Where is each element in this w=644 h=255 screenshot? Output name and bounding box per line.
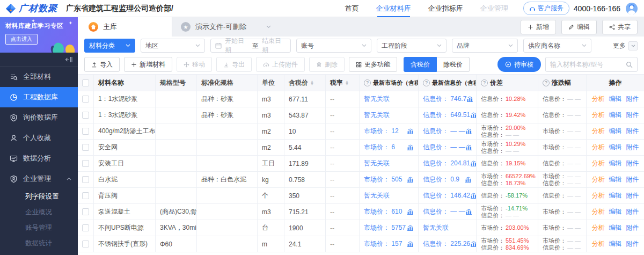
help-icon[interactable]: ? — [481, 79, 488, 86]
more-filters-button[interactable]: 更多 — [613, 41, 638, 50]
trend-chart-icon[interactable] — [407, 128, 414, 134]
date-start-placeholder[interactable]: 开始日期 — [225, 37, 249, 55]
trend-chart-icon[interactable] — [465, 144, 472, 150]
price-sort-icon[interactable]: ▲▼ — [310, 80, 314, 85]
attachment-link[interactable]: 附件 — [626, 143, 639, 152]
sidebar-item-enterprise-manage[interactable]: 企业管理 — [0, 169, 78, 189]
edit-link[interactable]: 编辑 — [609, 239, 622, 249]
supplier-filter[interactable]: 供应商名称 — [523, 39, 591, 53]
import-button[interactable]: 导入 — [84, 57, 120, 72]
chevron-down-icon[interactable] — [266, 25, 271, 28]
trend-chart-icon[interactable] — [465, 128, 472, 134]
analyze-link[interactable]: 分析 — [592, 94, 605, 104]
row-checkbox[interactable] — [82, 224, 89, 231]
edit-link[interactable]: 编辑 — [609, 223, 622, 232]
sidebar-item-inquiry-database[interactable]: 询价数据库 — [0, 107, 78, 128]
analyze-link[interactable]: 分析 — [592, 207, 605, 216]
sidebar-item-all-materials[interactable]: 全部材料 — [0, 67, 78, 87]
trend-chart-icon[interactable] — [465, 209, 472, 215]
select-all-checkbox[interactable] — [82, 79, 89, 86]
attachment-link[interactable]: 附件 — [626, 239, 639, 249]
add-library-button[interactable]: 新增 — [521, 20, 556, 34]
edit-link[interactable]: 编辑 — [609, 111, 622, 120]
edit-link[interactable]: 编辑 — [609, 94, 622, 104]
row-checkbox[interactable] — [82, 176, 89, 183]
analyze-link[interactable]: 分析 — [592, 239, 605, 249]
trend-chart-icon[interactable] — [465, 177, 472, 183]
edit-link[interactable]: 编辑 — [609, 127, 622, 136]
row-checkbox[interactable] — [82, 160, 89, 167]
analyze-link[interactable]: 分析 — [592, 111, 605, 120]
attachment-link[interactable]: 附件 — [626, 191, 639, 200]
more-functions-button[interactable]: 更多功能 — [349, 57, 397, 72]
sidebar-item-favorites[interactable]: 个人收藏 — [0, 128, 78, 148]
attachment-link[interactable]: 附件 — [626, 223, 639, 232]
row-checkbox[interactable] — [82, 128, 89, 135]
edit-library-button[interactable]: 编辑 — [561, 20, 597, 34]
add-material-button[interactable]: 新增材料 — [124, 57, 172, 72]
trend-chart-icon[interactable] — [407, 225, 414, 231]
customer-service-button[interactable]: 客户服务 — [523, 2, 569, 15]
trend-chart-icon[interactable] — [470, 161, 477, 166]
edit-link[interactable]: 编辑 — [609, 207, 622, 216]
tab-main-library[interactable]: 主库 — [78, 17, 172, 37]
edit-link[interactable]: 编辑 — [609, 191, 622, 200]
trend-chart-icon[interactable] — [407, 177, 414, 183]
trend-chart-icon[interactable] — [470, 241, 477, 247]
attachment-link[interactable]: 附件 — [626, 111, 639, 120]
analyze-link[interactable]: 分析 — [592, 175, 605, 184]
trend-chart-icon[interactable] — [407, 144, 414, 150]
tax-excluded-option[interactable]: 除税价 — [437, 57, 470, 72]
material-search-input[interactable] — [550, 61, 623, 68]
region-filter[interactable]: 地区 — [141, 39, 205, 53]
brand-filter[interactable]: 品牌 — [452, 39, 518, 53]
banner-enter-button[interactable]: 点击进入 — [5, 34, 38, 45]
attachment-link[interactable]: 附件 — [626, 207, 639, 216]
attachment-link[interactable]: 附件 — [626, 159, 639, 168]
date-range-filter[interactable]: 开始日期 至 结束日期 — [210, 39, 291, 53]
analyze-link[interactable]: 分析 — [592, 191, 605, 200]
analyze-link[interactable]: 分析 — [592, 223, 605, 232]
learning-banner[interactable]: · ✦ ✦ 材料库建库学习专区 点击进入 — [0, 17, 78, 53]
row-checkbox[interactable] — [82, 208, 89, 215]
row-checkbox[interactable] — [82, 192, 89, 199]
trend-chart-icon[interactable] — [407, 209, 414, 215]
row-checkbox[interactable] — [82, 112, 89, 119]
tax-sort-icon[interactable]: ▲▼ — [345, 80, 349, 85]
sidebar-collapse-button[interactable] — [0, 53, 78, 67]
sidebar-item-data-analysis[interactable]: 数据分析 — [0, 148, 78, 169]
search-icon[interactable] — [626, 61, 633, 68]
sidebar-subitem-column-settings[interactable]: 列字段设置 — [0, 189, 78, 205]
attachment-link[interactable]: 附件 — [626, 94, 639, 104]
nav-enterprise-material-lib[interactable]: 企业材料库 — [376, 0, 411, 17]
user-avatar[interactable] — [626, 3, 638, 14]
attachment-link[interactable]: 附件 — [626, 127, 639, 136]
analyze-link[interactable]: 分析 — [592, 159, 605, 168]
help-icon[interactable]: ? — [543, 79, 550, 86]
pending-review-button[interactable]: 待审核 — [497, 57, 541, 72]
date-end-placeholder[interactable]: 结束日期 — [262, 37, 286, 55]
trend-chart-icon[interactable] — [466, 96, 473, 102]
tab-demo-file[interactable]: ★ 演示文件-可删除 — [172, 17, 274, 37]
trend-chart-icon[interactable] — [407, 241, 414, 247]
edit-link[interactable]: 编辑 — [609, 175, 622, 184]
tax-included-option[interactable]: 含税价 — [404, 57, 437, 72]
nav-enterprise-index-lib[interactable]: 企业指标库 — [428, 0, 463, 17]
analyze-link[interactable]: 分析 — [592, 127, 605, 136]
trend-chart-icon[interactable] — [470, 112, 477, 118]
edit-link[interactable]: 编辑 — [609, 159, 622, 168]
account-filter[interactable]: 账号 — [296, 39, 371, 53]
help-icon[interactable]: ? — [364, 79, 371, 86]
analyze-link[interactable]: 分析 — [592, 143, 605, 152]
category-filter[interactable]: 材料分类 — [84, 39, 135, 53]
attachment-link[interactable]: 附件 — [626, 175, 639, 184]
stage-filter[interactable]: 工程阶段 — [377, 39, 447, 53]
row-checkbox[interactable] — [82, 96, 89, 103]
sidebar-item-project-database[interactable]: 工程数据库 — [0, 87, 78, 107]
share-library-button[interactable]: 共享 — [602, 20, 638, 34]
trend-chart-icon[interactable] — [470, 193, 477, 199]
nav-home[interactable]: 首页 — [345, 0, 359, 17]
help-icon[interactable]: ? — [423, 79, 430, 86]
edit-link[interactable]: 编辑 — [609, 143, 622, 152]
row-checkbox[interactable] — [82, 241, 89, 247]
